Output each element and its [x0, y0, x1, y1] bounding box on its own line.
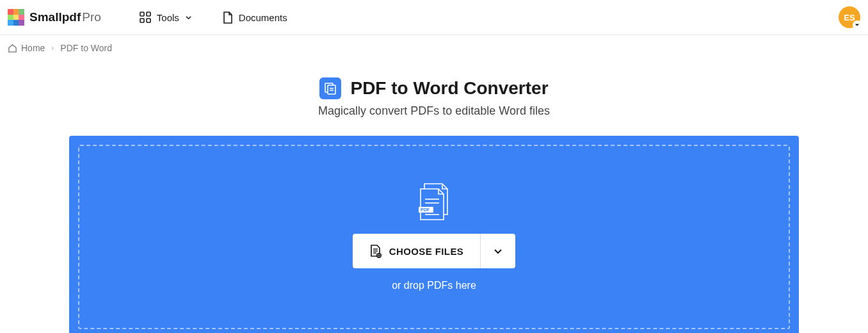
document-stack-icon: PDF — [417, 183, 451, 222]
avatar-initials: ES — [844, 13, 855, 22]
breadcrumb-home[interactable]: Home — [8, 43, 45, 53]
nav-tools-label: Tools — [157, 12, 179, 23]
choose-files-button[interactable]: CHOOSE FILES — [353, 234, 481, 268]
file-add-icon — [369, 245, 382, 258]
avatar[interactable]: ES — [839, 6, 860, 28]
logo-icon — [8, 9, 24, 26]
svg-rect-3 — [147, 19, 150, 22]
svg-rect-5 — [328, 85, 335, 94]
nav-tools[interactable]: Tools — [140, 12, 192, 23]
pdf-to-word-icon — [319, 77, 341, 99]
choose-files-label: CHOOSE FILES — [389, 246, 463, 257]
svg-rect-0 — [140, 12, 144, 16]
page-title: PDF to Word Converter — [350, 78, 548, 99]
svg-rect-1 — [147, 12, 150, 16]
page-subtitle: Magically convert PDFs to editable Word … — [0, 104, 868, 118]
svg-rect-2 — [140, 19, 144, 22]
dropzone-alt-text: or drop PDFs here — [392, 280, 476, 291]
page-header: PDF to Word Converter Magically convert … — [0, 77, 868, 118]
brand-logo[interactable]: SmallpdfPro — [8, 9, 101, 26]
brand-name: SmallpdfPro — [29, 10, 101, 24]
avatar-dropdown-indicator — [853, 20, 862, 29]
nav-documents[interactable]: Documents — [223, 12, 287, 24]
grid-icon — [140, 12, 151, 23]
chevron-down-icon — [493, 246, 503, 256]
home-icon — [8, 44, 17, 53]
svg-text:PDF: PDF — [421, 207, 430, 212]
chevron-down-icon — [185, 14, 192, 21]
dropzone[interactable]: PDF CHOOSE FILES — [78, 145, 790, 329]
nav-documents-label: Documents — [239, 12, 287, 23]
breadcrumb: Home › PDF to Word — [0, 35, 868, 53]
choose-files-group: CHOOSE FILES — [353, 234, 515, 268]
document-icon — [223, 12, 233, 24]
dropzone-container: PDF CHOOSE FILES — [69, 136, 799, 333]
breadcrumb-current: PDF to Word — [60, 43, 112, 53]
choose-files-dropdown[interactable] — [481, 234, 515, 268]
app-header: SmallpdfPro Tools Documents ES — [0, 0, 868, 35]
breadcrumb-separator: › — [51, 44, 54, 53]
